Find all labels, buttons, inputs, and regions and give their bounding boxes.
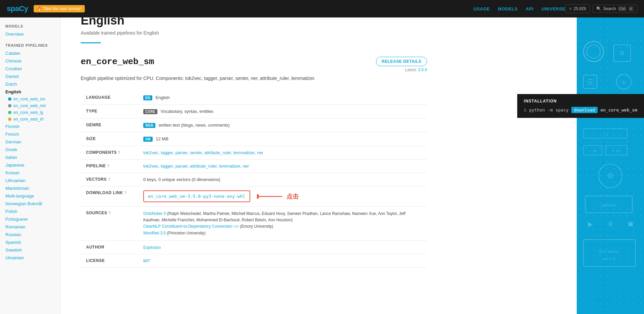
pipe-tagger[interactable]: tagger (161, 164, 173, 169)
install-title: INSTALLATION (524, 99, 637, 103)
github-button[interactable]: ⑂ 25,929 (565, 4, 590, 13)
sidebar-item-overview[interactable]: Overview (0, 30, 60, 38)
sources-content: OntoNotes 5 (Ralph Weischedel, Martha Pa… (143, 211, 422, 236)
sidebar-subitem-en-trf[interactable]: en_core_web_trf (0, 116, 60, 123)
sidebar-item-norwegian[interactable]: Norwegian Bokmål (0, 200, 60, 208)
sidebar-item-spanish[interactable]: Spanish (0, 238, 60, 246)
source-ontho: OntoNotes 5 (Ralph Weischedel, Martha Pa… (143, 211, 422, 223)
search-button[interactable]: 🔍 Search Ctrl K (593, 5, 637, 13)
sidebar-item-ukrainian[interactable]: Ukrainian (0, 254, 60, 262)
sidebar-item-polish[interactable]: Polish (0, 208, 60, 215)
pipe-parser[interactable]: parser (175, 164, 187, 169)
label-components: COMPONENTS ? (81, 146, 138, 159)
nav-universe[interactable]: UNIVERSE (541, 6, 565, 11)
sidebar-item-macedonian[interactable]: Macedonian (0, 184, 60, 192)
value-language: EN English (138, 91, 427, 105)
row-components: COMPONENTS ? tok2vec, tagger, parser, se… (81, 146, 427, 160)
download-info-icon[interactable]: ? (124, 191, 127, 195)
pipeline-info-icon[interactable]: ? (107, 164, 110, 168)
sidebar-item-japanese[interactable]: Japanese (0, 161, 60, 169)
label-language: LANGUAGE (81, 91, 138, 104)
sidebar-item-portuguese[interactable]: Portuguese (0, 215, 60, 223)
version-number: 3.5.0 (418, 68, 427, 72)
sidebar-item-danish[interactable]: Danish (0, 73, 60, 80)
subitem-label-trf: en_core_web_trf (13, 117, 43, 122)
pipe-tok2vec[interactable]: tok2vec (143, 164, 158, 169)
sidebar-item-chinese[interactable]: Chinese (0, 57, 60, 65)
label-genre: GENRE (81, 119, 138, 131)
sidebar-item-finnish[interactable]: Finnish (0, 123, 60, 130)
sidebar-item-german[interactable]: German (0, 138, 60, 146)
comp-ner[interactable]: ner (257, 150, 263, 155)
release-details-button[interactable]: RELEASE DETAILS (376, 57, 427, 66)
sources-info-icon[interactable]: ? (109, 211, 111, 215)
nav-usage[interactable]: USAGE (473, 6, 490, 11)
pipe-lemmatizer[interactable]: lemmatizer (219, 164, 240, 169)
sidebar-item-catalan[interactable]: Catalan (0, 49, 60, 57)
sidebar-item-korean[interactable]: Korean (0, 169, 60, 177)
source-link-onto[interactable]: OntoNotes 5 (143, 211, 166, 216)
right-decorative-panel: ⚙ ☰ ① A △ { } ✓ ok ✗ err ⚙ pipeline ▶ ⏸ … (577, 17, 644, 281)
source-clearnlp: ClearNLP Constituent-to-Dependency Conve… (143, 223, 422, 230)
comp-tagger[interactable]: tagger (161, 150, 173, 155)
comp-attribute-ruler[interactable]: attribute_ruler (204, 150, 231, 155)
pipe-ner[interactable]: ner (243, 164, 249, 169)
nav-models[interactable]: MODELS (498, 6, 518, 11)
svg-text:⏹: ⏹ (627, 220, 634, 228)
sidebar: MODELS Overview TRAINED PIPELINES Catala… (0, 17, 61, 281)
sidebar-trained-title: TRAINED PIPELINES (0, 43, 60, 49)
author-link[interactable]: Explosion (143, 245, 161, 250)
sidebar-subitem-en-sm[interactable]: en_core_web_sm (0, 96, 60, 102)
main-nav: USAGE MODELS API UNIVERSE (473, 6, 565, 11)
svg-text:pipeline: pipeline (601, 203, 616, 208)
sidebar-item-russian[interactable]: Russian (0, 231, 60, 238)
pipe-attribute-ruler[interactable]: attribute_ruler (190, 164, 217, 169)
value-type: CORE Vocabulary, syntax, entities (138, 105, 427, 119)
sidebar-models-title: MODELS (0, 24, 60, 30)
row-vectors: VECTORS ? 0 keys, 0 unique vectors (0 di… (81, 173, 427, 186)
value-pipeline: tok2vec, tagger, parser, attribute_ruler… (138, 160, 427, 173)
search-label: Search (603, 6, 616, 11)
survey-button[interactable]: 🔥 Take the user survey! (34, 5, 85, 12)
svg-text:⚙: ⚙ (619, 50, 625, 56)
license-link[interactable]: MIT (143, 259, 150, 263)
sidebar-subitem-en-lg[interactable]: en_core_web_lg (0, 109, 60, 116)
download-box: en_core_web_sm-3.5.0-py3-none-any.whl (143, 190, 250, 202)
nav-api[interactable]: API (526, 6, 533, 11)
badge-sm: SM (143, 137, 153, 142)
sidebar-item-dutch[interactable]: Dutch (0, 80, 60, 88)
components-info-icon[interactable]: ? (118, 150, 120, 154)
search-key-k: K (629, 6, 634, 11)
github-icon: ⑂ (569, 6, 572, 11)
latest-label: Latest: (405, 68, 417, 72)
comp-lemmatizer[interactable]: lemmatizer (233, 150, 255, 155)
row-sources: SOURCES ? OntoNotes 5 (Ralph Weischedel,… (81, 207, 427, 241)
sidebar-item-romanian[interactable]: Romanian (0, 223, 60, 231)
download-link[interactable]: en_core_web_sm-3.5.0-py3-none-any.whl (148, 194, 245, 199)
sidebar-item-english[interactable]: English (0, 88, 60, 96)
header: spaCy 🔥 Take the user survey! USAGE MODE… (0, 0, 644, 17)
search-icon: 🔍 (596, 6, 601, 11)
genre-value: written text (blogs, news, comments) (159, 123, 230, 128)
sidebar-item-french[interactable]: French (0, 130, 60, 138)
sidebar-item-italian[interactable]: Italian (0, 153, 60, 161)
vectors-info-icon[interactable]: ? (108, 177, 110, 181)
svg-point-1 (587, 45, 600, 58)
sidebar-item-greek[interactable]: Greek (0, 146, 60, 153)
sidebar-trained-section: TRAINED PIPELINES Catalan Chinese Croati… (0, 43, 60, 262)
sidebar-item-croatian[interactable]: Croatian (0, 65, 60, 73)
sidebar-subitem-en-md[interactable]: en_core_web_md (0, 102, 60, 109)
comp-senter[interactable]: senter (190, 150, 202, 155)
comp-tok2vec[interactable]: tok2vec (143, 150, 158, 155)
svg-text:⚙: ⚙ (607, 172, 614, 180)
value-sources: OntoNotes 5 (Ralph Weischedel, Martha Pa… (138, 207, 427, 241)
comp-parser[interactable]: parser (175, 150, 187, 155)
source-link-clearnlp[interactable]: ClearNLP Constituent-to-Dependency Conve… (143, 224, 232, 229)
sidebar-item-lithuanian[interactable]: Lithuanian (0, 177, 60, 184)
sidebar-item-swedish[interactable]: Swedish (0, 246, 60, 254)
dot-en-lg (8, 111, 11, 114)
source-link-wordnet[interactable]: WordNet 3.0 (143, 231, 166, 235)
value-size: SM 12 MB (138, 132, 427, 146)
logo[interactable]: spaCy (7, 4, 28, 13)
sidebar-item-multilanguage[interactable]: Multi-language (0, 192, 60, 200)
